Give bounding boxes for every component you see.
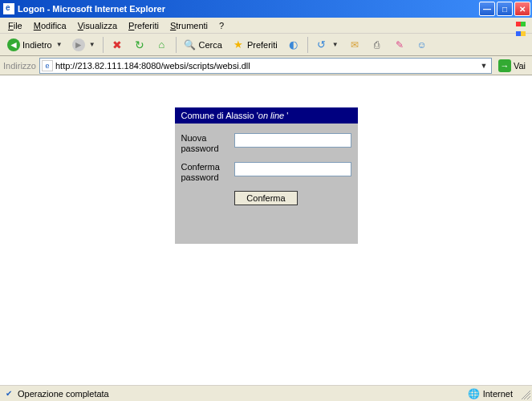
menu-modifica[interactable]: Modifica	[29, 19, 71, 32]
edit-button[interactable]: ✎	[389, 36, 410, 54]
menu-file[interactable]: File	[3, 19, 27, 32]
refresh-button[interactable]: ↻	[129, 36, 150, 54]
status-text: Operazione completata	[18, 389, 109, 399]
window-title: Logon - Microsoft Internet Explorer	[18, 4, 165, 14]
separator	[103, 37, 104, 53]
search-label: Cerca	[199, 40, 222, 50]
print-icon: ⎙	[371, 38, 384, 51]
page-content: Comune di Alassio 'on line ' Nuova passw…	[0, 75, 532, 385]
menu-strumenti[interactable]: Strumenti	[165, 19, 213, 32]
toolbar: ◄ Indietro ▼ ► ▼ ✖ ↻ ⌂ 🔍 Cerca ★ Preferi…	[0, 34, 532, 56]
edit-icon: ✎	[393, 38, 406, 51]
home-icon: ⌂	[156, 38, 169, 51]
search-button[interactable]: 🔍 Cerca	[180, 36, 226, 54]
confirm-password-input[interactable]	[234, 162, 351, 176]
mail-button[interactable]: ✉	[344, 36, 365, 54]
page-favicon-icon: e	[42, 60, 53, 71]
globe-icon: 🌐	[469, 388, 480, 399]
star-icon: ★	[232, 38, 245, 51]
messenger-button[interactable]: ☺	[412, 36, 433, 54]
confirm-button[interactable]: Conferma	[234, 191, 297, 205]
panel-title-prefix: Comune di Alassio '	[181, 111, 258, 120]
refresh-icon: ↻	[133, 38, 146, 51]
windows-logo-icon	[516, 18, 530, 31]
home-button[interactable]: ⌂	[152, 36, 173, 54]
address-field-wrap: e ▼	[39, 58, 492, 74]
minimize-button[interactable]: —	[479, 2, 495, 16]
go-icon: →	[498, 59, 511, 72]
back-label: Indietro	[22, 40, 52, 50]
zone-text: Internet	[483, 389, 513, 399]
submit-row: Conferma	[181, 191, 351, 205]
panel-title-em: on line	[258, 111, 284, 120]
separator	[176, 37, 177, 53]
panel-title-suffix: '	[284, 111, 288, 120]
window-titlebar: Logon - Microsoft Internet Explorer — □ …	[0, 0, 532, 18]
done-icon: ✔	[3, 388, 14, 399]
mail-icon: ✉	[348, 38, 361, 51]
address-dropdown-icon[interactable]: ▼	[478, 62, 489, 70]
history-icon: ↺	[315, 38, 328, 51]
statusbar: ✔ Operazione completata 🌐 Internet	[0, 385, 532, 401]
ie-icon	[3, 3, 14, 14]
confirm-password-row: Conferma password	[181, 162, 351, 183]
panel-body: Nuova password Conferma password Conferm…	[175, 124, 358, 212]
new-password-label: Nuova password	[181, 133, 231, 154]
close-button[interactable]: ✕	[514, 2, 530, 16]
address-bar: Indirizzo e ▼ → Vai	[0, 56, 532, 75]
menu-preferiti[interactable]: Preferiti	[124, 19, 164, 32]
maximize-button[interactable]: □	[497, 2, 513, 16]
back-button[interactable]: ◄ Indietro ▼	[3, 36, 67, 54]
chevron-down-icon: ▼	[89, 41, 95, 48]
search-icon: 🔍	[184, 38, 197, 51]
go-label: Vai	[514, 61, 526, 71]
stop-button[interactable]: ✖	[107, 36, 128, 54]
chevron-down-icon: ▼	[56, 41, 63, 48]
address-input[interactable]	[53, 61, 478, 71]
new-password-row: Nuova password	[181, 133, 351, 154]
menu-help[interactable]: ?	[214, 19, 229, 32]
chevron-down-icon: ▼	[332, 41, 339, 48]
new-password-input[interactable]	[234, 133, 351, 148]
media-icon: ◐	[287, 38, 300, 51]
stop-icon: ✖	[111, 38, 124, 51]
login-panel: Comune di Alassio 'on line ' Nuova passw…	[175, 107, 358, 244]
menu-visualizza[interactable]: Visualizza	[73, 19, 122, 32]
history-button[interactable]: ↺▼	[311, 36, 343, 54]
go-button[interactable]: → Vai	[495, 59, 529, 72]
address-label: Indirizzo	[3, 61, 36, 71]
forward-button[interactable]: ► ▼	[68, 36, 99, 54]
forward-icon: ►	[72, 38, 85, 51]
messenger-icon: ☺	[416, 38, 428, 51]
print-button[interactable]: ⎙	[367, 36, 388, 54]
separator	[307, 37, 308, 53]
resize-grip[interactable]	[521, 390, 530, 399]
back-icon: ◄	[7, 38, 20, 51]
media-button[interactable]: ◐	[283, 36, 304, 54]
favorites-button[interactable]: ★ Preferiti	[228, 36, 282, 54]
confirm-password-label: Conferma password	[181, 162, 231, 183]
favorites-label: Preferiti	[247, 40, 278, 50]
panel-header: Comune di Alassio 'on line '	[175, 107, 358, 124]
menubar: File Modifica Visualizza Preferiti Strum…	[0, 18, 532, 34]
